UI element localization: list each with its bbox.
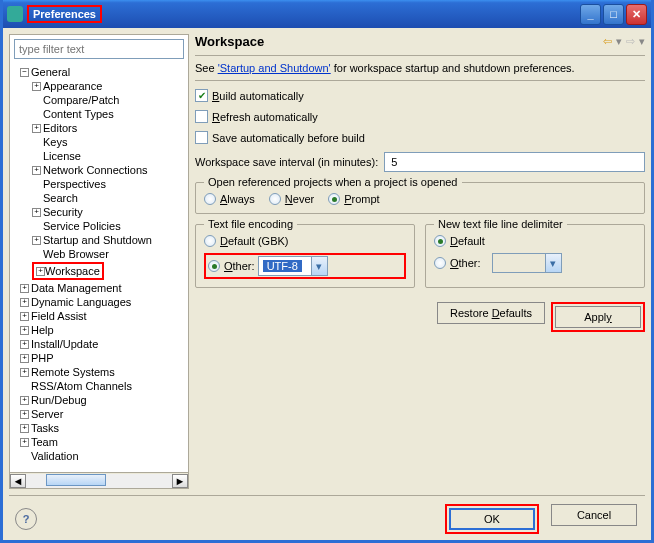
expander-icon[interactable]: + — [20, 284, 29, 293]
forward-icon[interactable]: ⇨ — [626, 35, 635, 48]
delimiter-select: ▾ — [492, 253, 562, 273]
left-panel: −General+AppearanceCompare/PatchContent … — [9, 34, 189, 489]
apply-button[interactable]: Apply — [555, 306, 641, 328]
tree-item[interactable]: +Run/Debug — [10, 393, 188, 407]
window-controls: _ □ ✕ — [580, 4, 647, 25]
tree-item[interactable]: +Workspace — [10, 261, 188, 281]
tree-item[interactable]: Search — [10, 191, 188, 205]
tree-item[interactable]: License — [10, 149, 188, 163]
app-icon — [7, 6, 23, 22]
dialog-buttons: ? OK Cancel — [9, 495, 645, 534]
close-button[interactable]: ✕ — [626, 4, 647, 25]
expander-icon[interactable]: + — [32, 82, 41, 91]
scroll-thumb[interactable] — [46, 474, 106, 486]
tree-item[interactable]: +Server — [10, 407, 188, 421]
expander-icon[interactable]: + — [20, 340, 29, 349]
tree-item[interactable]: +Help — [10, 323, 188, 337]
expander-icon[interactable]: + — [20, 424, 29, 433]
tree-item[interactable]: Service Policies — [10, 219, 188, 233]
expander-icon[interactable]: + — [20, 354, 29, 363]
preferences-window: Preferences _ □ ✕ −General+AppearanceCom… — [0, 0, 654, 543]
startup-shutdown-link[interactable]: 'Startup and Shutdown' — [218, 62, 331, 74]
expander-icon[interactable]: + — [32, 166, 41, 175]
expander-icon[interactable]: + — [32, 124, 41, 133]
expander-icon[interactable]: + — [32, 236, 41, 245]
interval-label: Workspace save interval (in minutes): — [195, 156, 378, 168]
expander-icon[interactable]: + — [20, 312, 29, 321]
open-referenced-group: Open referenced projects when a project … — [195, 182, 645, 214]
tree-item[interactable]: +Tasks — [10, 421, 188, 435]
page-panel: Workspace ⇦▾ ⇨▾ See 'Startup and Shutdow… — [195, 34, 645, 489]
delimiter-other-radio[interactable]: Other: ▾ — [434, 253, 636, 273]
tree-item[interactable]: +Startup and Shutdown — [10, 233, 188, 247]
tree-item[interactable]: −General — [10, 65, 188, 79]
tree-item[interactable]: +Appearance — [10, 79, 188, 93]
titlebar[interactable]: Preferences _ □ ✕ — [3, 0, 651, 28]
interval-input[interactable] — [384, 152, 645, 172]
cancel-button[interactable]: Cancel — [551, 504, 637, 526]
encoding-other-radio[interactable]: Other: — [208, 260, 255, 272]
radio-never[interactable]: Never — [269, 193, 314, 205]
tree-item[interactable]: +PHP — [10, 351, 188, 365]
restore-defaults-button[interactable]: Restore Defaults — [437, 302, 545, 324]
radio-always[interactable]: Always — [204, 193, 255, 205]
tree-item[interactable]: +Network Connections — [10, 163, 188, 177]
tree-item[interactable]: +Editors — [10, 121, 188, 135]
client-area: −General+AppearanceCompare/PatchContent … — [3, 28, 651, 540]
refresh-automatically-check[interactable]: Refresh automatically — [195, 110, 645, 123]
expander-icon[interactable]: + — [20, 298, 29, 307]
tree-item[interactable]: +Install/Update — [10, 337, 188, 351]
minimize-button[interactable]: _ — [580, 4, 601, 25]
expander-icon[interactable]: + — [36, 267, 45, 276]
build-automatically-check[interactable]: ✔ Build automatically — [195, 89, 645, 102]
delimiter-group: New text file line delimiter Default Oth… — [425, 224, 645, 288]
tree-item[interactable]: Compare/Patch — [10, 93, 188, 107]
encoding-group: Text file encoding Default (GBK) Other: … — [195, 224, 415, 288]
tree-item[interactable]: Validation — [10, 449, 188, 463]
expander-icon[interactable]: + — [20, 326, 29, 335]
tree-item[interactable]: +Dynamic Languages — [10, 295, 188, 309]
window-title: Preferences — [27, 5, 580, 23]
tree-item[interactable]: RSS/Atom Channels — [10, 379, 188, 393]
category-tree[interactable]: −General+AppearanceCompare/PatchContent … — [10, 63, 188, 472]
tree-item[interactable]: +Data Management — [10, 281, 188, 295]
scroll-left-icon[interactable]: ◄ — [10, 474, 26, 488]
tree-item[interactable]: +Remote Systems — [10, 365, 188, 379]
tree-item[interactable]: +Security — [10, 205, 188, 219]
tree-item[interactable]: Web Browser — [10, 247, 188, 261]
expander-icon[interactable]: + — [20, 396, 29, 405]
chevron-down-icon[interactable]: ▾ — [311, 257, 327, 275]
help-icon[interactable]: ? — [15, 508, 37, 530]
expander-icon[interactable]: + — [20, 368, 29, 377]
expander-icon[interactable]: + — [32, 208, 41, 217]
page-title: Workspace — [195, 34, 603, 49]
tree-item[interactable]: +Team — [10, 435, 188, 449]
expander-icon[interactable]: − — [20, 68, 29, 77]
encoding-select[interactable]: UTF-8 ▾ — [258, 256, 328, 276]
scroll-right-icon[interactable]: ► — [172, 474, 188, 488]
radio-prompt[interactable]: Prompt — [328, 193, 379, 205]
save-before-build-check[interactable]: Save automatically before build — [195, 131, 645, 144]
back-icon[interactable]: ⇦ — [603, 35, 612, 48]
expander-icon[interactable]: + — [20, 438, 29, 447]
tree-item[interactable]: Perspectives — [10, 177, 188, 191]
chevron-down-icon: ▾ — [545, 254, 561, 272]
delimiter-default-radio[interactable]: Default — [434, 235, 636, 247]
intro-text: See 'Startup and Shutdown' for workspace… — [195, 62, 645, 74]
horizontal-scrollbar[interactable]: ◄ ► — [10, 472, 188, 488]
ok-button[interactable]: OK — [449, 508, 535, 530]
page-nav: ⇦▾ ⇨▾ — [603, 35, 645, 48]
tree-item[interactable]: +Field Assist — [10, 309, 188, 323]
filter-input[interactable] — [14, 39, 184, 59]
encoding-default-radio[interactable]: Default (GBK) — [204, 235, 406, 247]
maximize-button[interactable]: □ — [603, 4, 624, 25]
tree-item[interactable]: Keys — [10, 135, 188, 149]
tree-item[interactable]: Content Types — [10, 107, 188, 121]
expander-icon[interactable]: + — [20, 410, 29, 419]
